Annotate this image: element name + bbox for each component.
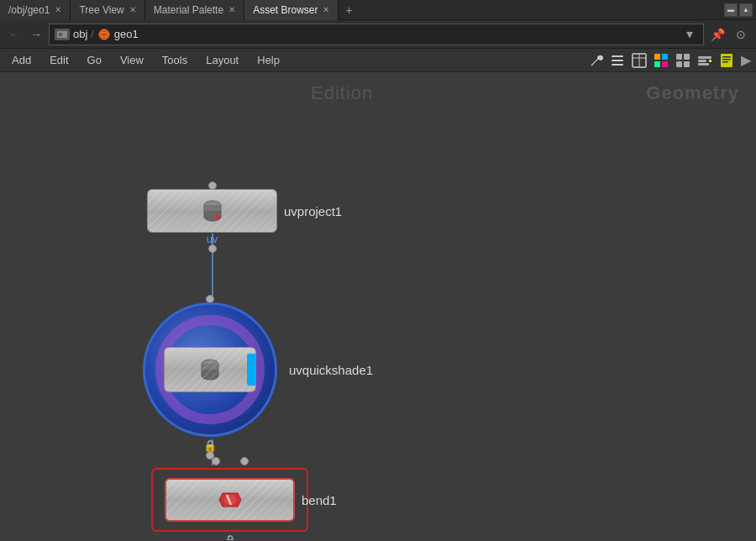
color-grid-icon[interactable] bbox=[652, 51, 670, 70]
svg-rect-5 bbox=[612, 55, 623, 57]
uvquickshade1-circle bbox=[143, 302, 277, 437]
bend1-icon bbox=[216, 486, 244, 513]
wrench-icon[interactable] bbox=[586, 51, 605, 70]
toolbar-more-button[interactable]: ▶ bbox=[739, 51, 753, 70]
address-right-controls: 📌 ⊙ bbox=[707, 24, 751, 45]
svg-rect-22 bbox=[709, 60, 711, 62]
addr-pin-button[interactable]: 📌 bbox=[707, 24, 727, 45]
geometry-label: Geometry bbox=[646, 82, 739, 104]
menu-bar: Add Edit Go View Tools Layout Help bbox=[0, 49, 756, 72]
menu-go[interactable]: Go bbox=[79, 51, 110, 69]
tab-assetbrowser[interactable]: Asset Browser ✕ bbox=[244, 0, 339, 20]
svg-rect-13 bbox=[654, 61, 660, 67]
svg-rect-19 bbox=[698, 56, 711, 59]
bend1-input-right-dot bbox=[240, 457, 249, 465]
bend1-label: bend1 bbox=[302, 493, 337, 507]
tab-bar: /obj/geo1 ✕ Tree View ✕ Material Palette… bbox=[0, 0, 756, 20]
svg-rect-17 bbox=[676, 61, 682, 67]
tab-assetbrowser-label: Asset Browser bbox=[253, 4, 318, 16]
tab-geo1[interactable]: /obj/geo1 ✕ bbox=[0, 0, 71, 20]
uvquickshade1-label: uvquickshade1 bbox=[289, 363, 373, 377]
breadcrumb-geo1-label: geo1 bbox=[114, 28, 139, 40]
list-icon[interactable] bbox=[608, 51, 627, 70]
edition-label: Edition bbox=[311, 82, 373, 104]
svg-rect-15 bbox=[676, 54, 682, 60]
bend1-lock-icon: 🔒 bbox=[223, 534, 237, 540]
tab-geo1-label: /obj/geo1 bbox=[8, 4, 50, 16]
uvproject1-sublabel: uv bbox=[207, 233, 218, 245]
bend1-input-left-dot bbox=[212, 457, 220, 465]
uvquickshade1-tile bbox=[164, 347, 256, 392]
back-button[interactable]: ← bbox=[5, 25, 24, 44]
tab-geo1-close[interactable]: ✕ bbox=[55, 5, 61, 14]
menu-tools[interactable]: Tools bbox=[154, 51, 196, 69]
uvquickshade1-accent bbox=[247, 354, 256, 386]
uvproject1-icon bbox=[199, 197, 226, 224]
svg-rect-24 bbox=[722, 56, 731, 58]
uvquickshade1-lock-icon: 🔒 bbox=[203, 439, 217, 452]
note-icon[interactable] bbox=[717, 51, 736, 70]
uvquickshade1-icon bbox=[197, 356, 223, 383]
menu-add[interactable]: Add bbox=[3, 51, 39, 69]
menu-layout[interactable]: Layout bbox=[197, 51, 247, 69]
breadcrumb-obj-icon bbox=[55, 29, 70, 40]
uvproject1-output-dot bbox=[208, 244, 217, 253]
tab-material-close[interactable]: ✕ bbox=[228, 5, 235, 14]
svg-rect-21 bbox=[698, 63, 709, 66]
tab-minimize-button[interactable]: ▬ bbox=[724, 3, 738, 17]
tab-controls: ▬ ▲ bbox=[724, 3, 756, 17]
tab-material[interactable]: Material Palette ✕ bbox=[145, 0, 244, 20]
svg-rect-7 bbox=[612, 64, 623, 66]
grid-icon[interactable] bbox=[674, 51, 692, 70]
addr-home-button[interactable]: ⊙ bbox=[731, 24, 751, 45]
svg-rect-6 bbox=[612, 60, 623, 61]
tab-material-label: Material Palette bbox=[154, 4, 223, 16]
geo1-icon bbox=[97, 28, 111, 41]
forward-button[interactable]: → bbox=[27, 25, 45, 44]
toolbar-icons: ▶ bbox=[586, 51, 753, 70]
node-graph-area[interactable]: Edition Geometry uvproject1 uv bbox=[0, 72, 756, 540]
tab-add-button[interactable]: + bbox=[339, 0, 359, 20]
breadcrumb-separator: / bbox=[91, 29, 93, 40]
svg-rect-18 bbox=[684, 61, 690, 67]
bend1-selected-border: bend1 bbox=[151, 468, 308, 532]
uvproject1-label: uvproject1 bbox=[284, 204, 342, 218]
uvproject1-tile bbox=[147, 189, 277, 233]
node-connections bbox=[0, 72, 756, 540]
svg-rect-23 bbox=[721, 54, 732, 67]
svg-point-31 bbox=[202, 360, 218, 368]
node-view-icon[interactable] bbox=[696, 51, 714, 70]
svg-rect-14 bbox=[662, 61, 668, 67]
svg-point-2 bbox=[99, 29, 109, 39]
tab-treeview-label: Tree View bbox=[79, 4, 123, 16]
tab-treeview-close[interactable]: ✕ bbox=[129, 5, 136, 14]
svg-rect-16 bbox=[684, 54, 690, 60]
svg-rect-11 bbox=[654, 54, 660, 60]
bend1-tile bbox=[165, 478, 295, 522]
menu-view[interactable]: View bbox=[112, 51, 152, 69]
tab-treeview[interactable]: Tree View ✕ bbox=[71, 0, 144, 20]
node-uvquickshade1[interactable]: uvquickshade1 🔒 bbox=[143, 295, 277, 460]
breadcrumb-dropdown-arrow[interactable]: ▾ bbox=[681, 26, 698, 43]
menu-edit[interactable]: Edit bbox=[41, 51, 76, 69]
breadcrumb-obj[interactable]: obj bbox=[73, 28, 87, 40]
breadcrumb-obj-label: obj bbox=[73, 28, 87, 40]
svg-rect-26 bbox=[722, 61, 728, 63]
breadcrumb-geo1[interactable]: geo1 bbox=[97, 28, 139, 41]
tab-assetbrowser-close[interactable]: ✕ bbox=[323, 5, 329, 14]
menu-help[interactable]: Help bbox=[249, 51, 288, 69]
breadcrumb-container[interactable]: obj / geo1 ▾ bbox=[49, 24, 704, 45]
svg-rect-1 bbox=[59, 33, 62, 36]
node-uvproject1[interactable]: uvproject1 uv bbox=[147, 181, 277, 253]
svg-rect-25 bbox=[722, 59, 731, 60]
address-bar: ← → obj / geo1 ▾ 📌 ⊙ bbox=[0, 20, 756, 49]
node-bend1[interactable]: bend1 🔒 bbox=[151, 457, 308, 540]
table-icon[interactable] bbox=[630, 51, 648, 70]
svg-rect-20 bbox=[698, 60, 706, 62]
tab-maximize-button[interactable]: ▲ bbox=[739, 3, 753, 17]
svg-rect-12 bbox=[662, 54, 668, 60]
